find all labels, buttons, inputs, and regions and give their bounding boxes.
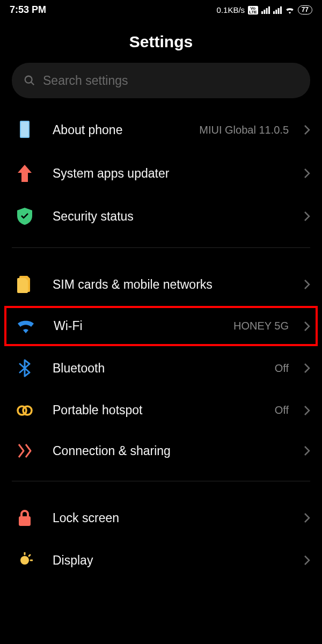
status-bar: 7:53 PM 0.1KB/s Vo LTE 77 bbox=[0, 0, 322, 18]
signal-icon bbox=[261, 6, 270, 14]
item-label: Display bbox=[53, 553, 292, 568]
item-security-status[interactable]: Security status bbox=[0, 195, 322, 238]
item-label: SIM cards & mobile networks bbox=[53, 277, 292, 292]
item-sim-cards[interactable]: SIM cards & mobile networks bbox=[0, 263, 322, 306]
shield-check-icon bbox=[9, 208, 41, 225]
item-hotspot[interactable]: Portable hotspot Off bbox=[0, 390, 322, 430]
item-label: Security status bbox=[53, 209, 292, 224]
svg-point-5 bbox=[23, 406, 32, 415]
settings-list: About phone MIUI Global 11.0.5 System ap… bbox=[0, 108, 322, 581]
svg-line-9 bbox=[29, 555, 30, 556]
item-display[interactable]: Display bbox=[0, 539, 322, 581]
search-bar[interactable] bbox=[12, 63, 310, 98]
item-wifi[interactable]: Wi-Fi HONEY 5G bbox=[4, 306, 318, 346]
page-title: Settings bbox=[0, 18, 322, 63]
svg-line-1 bbox=[31, 82, 34, 85]
status-time: 7:53 PM bbox=[10, 4, 46, 16]
chevron-right-icon bbox=[304, 363, 310, 374]
item-label: Wi-Fi bbox=[54, 319, 222, 333]
hotspot-icon bbox=[9, 405, 41, 416]
svg-rect-3 bbox=[21, 122, 28, 137]
phone-icon bbox=[9, 121, 41, 139]
chevron-right-icon bbox=[304, 321, 310, 332]
chevron-right-icon bbox=[304, 279, 310, 290]
item-label: Bluetooth bbox=[53, 361, 263, 376]
wifi-icon bbox=[10, 319, 42, 333]
separator bbox=[12, 481, 310, 481]
separator bbox=[12, 247, 310, 248]
item-label: System apps updater bbox=[53, 166, 292, 181]
item-value: MIUI Global 11.0.5 bbox=[199, 124, 289, 136]
bluetooth-icon bbox=[9, 359, 41, 377]
item-label: Connection & sharing bbox=[53, 444, 292, 458]
item-system-updater[interactable]: System apps updater bbox=[0, 152, 322, 195]
chevron-right-icon bbox=[304, 211, 310, 222]
item-value: HONEY 5G bbox=[233, 320, 289, 332]
item-value: Off bbox=[275, 404, 289, 416]
item-about-phone[interactable]: About phone MIUI Global 11.0.5 bbox=[0, 108, 322, 152]
item-value: Off bbox=[275, 362, 289, 375]
item-bluetooth[interactable]: Bluetooth Off bbox=[0, 346, 322, 390]
net-speed: 0.1KB/s bbox=[217, 5, 245, 14]
status-right: 0.1KB/s Vo LTE 77 bbox=[217, 5, 312, 14]
brightness-icon bbox=[9, 552, 41, 568]
item-label: Lock screen bbox=[53, 511, 292, 525]
search-input[interactable] bbox=[43, 74, 298, 88]
svg-rect-6 bbox=[19, 516, 31, 526]
signal-icon-2 bbox=[273, 6, 282, 14]
chevron-right-icon bbox=[304, 168, 310, 179]
arrow-up-icon bbox=[9, 165, 41, 182]
svg-point-0 bbox=[25, 76, 32, 83]
item-label: About phone bbox=[53, 123, 187, 137]
chevron-right-icon bbox=[304, 445, 310, 456]
chevron-right-icon bbox=[304, 555, 310, 566]
chevron-right-icon bbox=[304, 125, 310, 135]
volte-icon: Vo LTE bbox=[248, 6, 258, 14]
lock-icon bbox=[9, 509, 41, 526]
search-icon bbox=[24, 75, 35, 86]
battery-icon: 77 bbox=[298, 5, 312, 14]
item-lock-screen[interactable]: Lock screen bbox=[0, 496, 322, 539]
wifi-status-icon bbox=[285, 6, 295, 14]
chevron-right-icon bbox=[304, 405, 310, 416]
connection-icon bbox=[9, 443, 41, 458]
chevron-right-icon bbox=[304, 513, 310, 523]
svg-point-7 bbox=[20, 556, 29, 565]
sim-icon bbox=[9, 276, 41, 293]
item-connection-sharing[interactable]: Connection & sharing bbox=[0, 430, 322, 471]
item-label: Portable hotspot bbox=[53, 403, 263, 418]
